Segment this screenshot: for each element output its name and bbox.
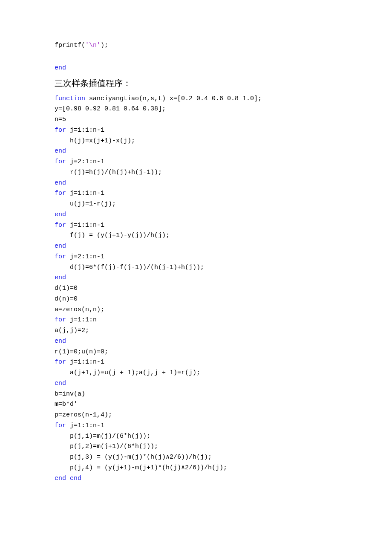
code-token: end — [55, 338, 66, 345]
code-line: end — [55, 336, 392, 347]
code-line: f(j) = (y(j+1)-y(j))/h(j); — [55, 231, 392, 241]
code-token: y=[0.98 0.92 0.81 0.64 0.38]; — [55, 105, 166, 113]
code-token: for — [55, 222, 70, 229]
code-token: ); — [101, 42, 108, 49]
code-line: for j=1:1:n — [55, 315, 392, 326]
code-token: b=inv(a) — [55, 390, 85, 398]
code-token: j=1:1:n-1 — [70, 422, 104, 429]
code-token: h(j)=x(j+1)-x(j); — [55, 137, 135, 145]
code-line: p=zeros(n-1,4); — [55, 410, 392, 421]
code-line: for j=2:1:n-1 — [55, 157, 392, 168]
code-line: p(j,2)=m(j+1)/(6*h(j)); — [55, 442, 392, 452]
code-block-1b: end — [55, 63, 392, 74]
code-line: n=5 — [55, 115, 392, 125]
code-line: for j=1:1:n-1 — [55, 188, 392, 199]
code-token: j=1:1:n-1 — [70, 222, 104, 229]
code-token: fprintf( — [55, 42, 85, 49]
code-token: for — [55, 358, 70, 366]
code-token: a(j,j)=2; — [55, 327, 89, 334]
code-token: end — [55, 179, 66, 187]
code-block-1: fprintf('\n'); — [55, 40, 392, 51]
code-line: r(1)=0;u(n)=0; — [55, 347, 392, 358]
code-line: r(j)=h(j)/(h(j)+h(j-1)); — [55, 168, 392, 178]
section-heading: 三次样条插值程序： — [55, 76, 392, 90]
code-token: j=2:1:n-1 — [70, 253, 104, 260]
code-token: end — [55, 243, 66, 250]
code-line: h(j)=x(j+1)-x(j); — [55, 136, 392, 147]
code-line: function sanciyangtiao(n,s,t) x=[0.2 0.4… — [55, 94, 392, 104]
code-line: y=[0.98 0.92 0.81 0.64 0.38]; — [55, 104, 392, 115]
code-line: d(1)=0 — [55, 283, 392, 294]
code-token: p(j,4) = (y(j+1)-m(j+1)*(h(j)∧2/6))/h(j)… — [55, 464, 227, 471]
code-line: for j=1:1:n-1 — [55, 125, 392, 136]
code-token: for — [55, 316, 70, 324]
code-token: p(j,2)=m(j+1)/(6*h(j)); — [55, 443, 158, 450]
code-token: sanciyangtiao(n,s,t) x=[0.2 0.4 0.6 0.8 … — [89, 95, 262, 102]
code-token: r(1)=0;u(n)=0; — [55, 348, 108, 356]
code-line: fprintf('\n'); — [55, 40, 392, 51]
spacer — [55, 51, 392, 63]
code-token: j=1:1:n — [70, 316, 97, 324]
code-line: p(j,1)=m(j)/(6*h(j)); — [55, 431, 392, 442]
code-line: for j=1:1:n-1 — [55, 421, 392, 431]
code-line: p(j,4) = (y(j+1)-m(j+1)*(h(j)∧2/6))/h(j)… — [55, 463, 392, 474]
code-token: j=2:1:n-1 — [70, 158, 104, 165]
code-line: end — [55, 241, 392, 252]
code-line: a=zeros(n,n); — [55, 305, 392, 315]
code-token: j=1:1:n-1 — [70, 190, 104, 197]
code-line: end — [55, 379, 392, 389]
code-line: for j=1:1:n-1 — [55, 220, 392, 231]
code-token: d(n)=0 — [55, 295, 78, 303]
code-line: a(j,j)=2; — [55, 326, 392, 336]
code-line: end end — [55, 474, 392, 484]
code-token: d(1)=0 — [55, 285, 78, 292]
code-line: d(n)=0 — [55, 294, 392, 305]
code-line: p(j,3) = (y(j)-m(j)*(h(j)∧2/6))/h(j); — [55, 452, 392, 463]
code-line: b=inv(a) — [55, 389, 392, 400]
code-line: m=b*d' — [55, 399, 392, 410]
code-token: u(j)=1-r(j); — [55, 200, 116, 208]
code-line: end — [55, 63, 392, 74]
document-page: fprintf('\n'); end 三次样条插值程序： function sa… — [0, 0, 392, 555]
code-token: p(j,1)=m(j)/(6*h(j)); — [55, 433, 150, 440]
code-token: j=1:1:n-1 — [70, 358, 104, 366]
code-token: f(j) = (y(j+1)-y(j))/h(j); — [55, 232, 170, 239]
code-token: for — [55, 253, 70, 260]
code-token: j=1:1:n-1 — [70, 127, 104, 134]
code-token: function — [55, 95, 89, 102]
code-line: end — [55, 146, 392, 157]
code-token: n=5 — [55, 116, 66, 123]
code-token: end — [55, 380, 66, 387]
code-token: for — [55, 158, 70, 165]
code-line: d(j)=6*(f(j)-f(j-1))/(h(j-1)+h(j)); — [55, 263, 392, 273]
code-token: '\n' — [85, 42, 101, 49]
code-token: for — [55, 190, 70, 197]
code-token: for — [55, 422, 70, 429]
code-token: m=b*d' — [55, 401, 78, 408]
code-line: end — [55, 273, 392, 283]
code-token: end — [55, 147, 66, 155]
code-token: end — [55, 211, 66, 218]
code-token: end — [55, 64, 66, 72]
code-line: end — [55, 178, 392, 189]
code-line: u(j)=1-r(j); — [55, 199, 392, 210]
code-token: a=zeros(n,n); — [55, 306, 104, 313]
code-line: for j=1:1:n-1 — [55, 357, 392, 368]
code-block-2: function sanciyangtiao(n,s,t) x=[0.2 0.4… — [55, 94, 392, 484]
code-line: a(j+1,j)=u(j + 1);a(j,j + 1)=r(j); — [55, 368, 392, 379]
code-token: p(j,3) = (y(j)-m(j)*(h(j)∧2/6))/h(j); — [55, 454, 212, 461]
code-token: d(j)=6*(f(j)-f(j-1))/(h(j-1)+h(j)); — [55, 264, 204, 271]
code-token: p=zeros(n-1,4); — [55, 411, 112, 419]
code-token: r(j)=h(j)/(h(j)+h(j-1)); — [55, 169, 162, 176]
code-line: end — [55, 210, 392, 220]
code-token: end — [55, 274, 66, 281]
code-line: for j=2:1:n-1 — [55, 252, 392, 263]
code-token: end end — [55, 475, 81, 482]
code-token: a(j+1,j)=u(j + 1);a(j,j + 1)=r(j); — [55, 369, 200, 376]
code-token: for — [55, 127, 70, 134]
